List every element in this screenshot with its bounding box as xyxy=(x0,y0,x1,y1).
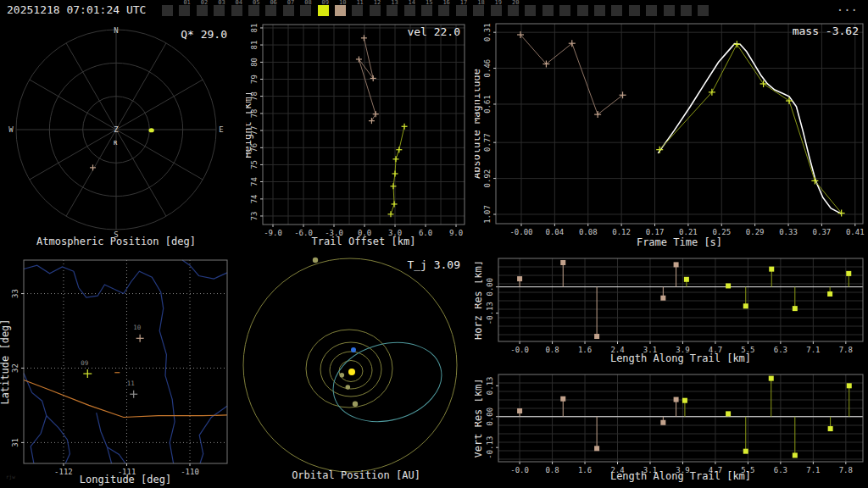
frame-label: 03 xyxy=(218,0,225,6)
frame-square-20[interactable] xyxy=(508,5,519,16)
frame-square-u29[interactable] xyxy=(664,5,675,16)
panel-horizontal-residuals: -0.00.81.62.43.13.94.75.56.37.17.80.00-0… xyxy=(475,252,868,369)
frame-square-13[interactable] xyxy=(387,5,398,16)
frame-square-16[interactable] xyxy=(438,5,449,16)
y-tick-label: 74 xyxy=(250,177,259,186)
frame-square-14[interactable] xyxy=(404,5,415,16)
x-axis-title: Frame Time [s] xyxy=(637,236,722,248)
meteoroid-orbit xyxy=(325,331,451,434)
frame-label: 04 xyxy=(236,0,242,6)
y-tick-label: 0.61 xyxy=(483,95,492,114)
y-tick-label: 32 xyxy=(11,363,19,373)
frame-square-08[interactable] xyxy=(300,5,311,16)
y-tick-label: 0.77 xyxy=(483,133,492,152)
y-tick-label: 81 xyxy=(250,41,259,50)
y-tick-label: 79 xyxy=(250,75,259,84)
y-tick-label: 0.31 xyxy=(483,23,492,42)
frame-label: 08 xyxy=(304,0,311,6)
y-axis-title: Absolute Magnitude xyxy=(475,69,482,179)
y-tick-label: -0.13 xyxy=(486,302,494,324)
frame-square-10[interactable] xyxy=(335,5,346,16)
frame-square-u31[interactable] xyxy=(698,5,709,16)
y-tick-label: -0.13 xyxy=(486,436,494,459)
frame-label: 11 xyxy=(356,0,363,6)
frame-square-u23[interactable] xyxy=(559,5,570,16)
frame-square-u22[interactable] xyxy=(542,5,554,16)
x-tick-label: 1.6 xyxy=(578,346,592,354)
x-tick-label: -6.0 xyxy=(294,229,313,237)
panel-ground-track-map: 091011-112-111-110313233Longitude [deg]L… xyxy=(0,252,237,488)
frame-square-02[interactable] xyxy=(197,5,208,16)
y-tick-label: 73 xyxy=(250,212,259,221)
overflow-menu-icon[interactable]: ... xyxy=(837,0,858,14)
map-marker-label: 11 xyxy=(127,380,135,387)
frame-square-03[interactable] xyxy=(214,5,225,16)
frame-square-01[interactable] xyxy=(179,5,190,16)
panel-atmospheric-position: NSWEZRQ* 29.0Atmospheric Position [deg] xyxy=(0,21,237,252)
x-tick-label: -112 xyxy=(54,468,73,476)
frame-square-04[interactable] xyxy=(231,5,242,16)
panel-annotation: vel 22.0 xyxy=(407,25,460,38)
frame-square-07[interactable] xyxy=(283,5,294,16)
x-tick-label: 0.8 xyxy=(545,346,559,354)
frame-square-15[interactable] xyxy=(421,5,432,16)
frame-square-19[interactable] xyxy=(491,5,502,16)
x-tick-label: 0.41 xyxy=(846,228,865,236)
compass-north: N xyxy=(114,26,118,35)
x-tick-label: 0.12 xyxy=(612,228,631,236)
y-axis-title: Height [km] xyxy=(246,91,253,158)
frame-square-05[interactable] xyxy=(248,5,259,16)
panel-absolute-magnitude: -0.000.040.080.120.170.210.250.290.330.3… xyxy=(475,21,868,252)
frame-square-09[interactable] xyxy=(318,5,329,16)
frame-square-u24[interactable] xyxy=(577,5,588,16)
panel-annotation: Q* 29.0 xyxy=(181,28,227,41)
y-tick-label: 0.46 xyxy=(483,59,492,78)
frame-label: 10 xyxy=(339,0,346,6)
y-tick-label: 75 xyxy=(250,160,259,169)
x-tick-label: 7.8 xyxy=(839,466,853,474)
x-tick-label: -0.00 xyxy=(509,228,532,236)
x-tick-label: 0.25 xyxy=(712,228,731,236)
y-axis-title: Latitude [deg] xyxy=(0,319,11,404)
x-tick-label: -0.0 xyxy=(510,346,529,354)
panel-height-vs-trail-offset: -9.0-6.0-3.00.03.06.09.07374747576777878… xyxy=(246,21,475,252)
panel-orbital-position: T_j 3.09Orbital Position [AU] xyxy=(237,252,475,488)
x-axis-title: Trail Offset [km] xyxy=(312,236,416,247)
frame-label: 19 xyxy=(495,0,502,6)
frame-square-u26[interactable] xyxy=(611,5,622,16)
panel-title: Atmospheric Position [deg] xyxy=(36,236,196,247)
x-tick-label: 0.17 xyxy=(646,228,665,236)
body-mars xyxy=(353,402,358,407)
body-earth xyxy=(351,347,356,352)
frame-square-12[interactable] xyxy=(370,5,381,16)
frame-square-18[interactable] xyxy=(473,5,484,16)
panel-title: Orbital Position [AU] xyxy=(292,469,420,481)
frame-square-17[interactable] xyxy=(456,5,467,16)
compass-east: E xyxy=(219,125,223,134)
jupiter-orbit xyxy=(243,258,457,472)
x-tick-label: 0.04 xyxy=(546,228,565,236)
frame-label: 13 xyxy=(391,0,398,6)
frame-square-u0[interactable] xyxy=(162,5,173,16)
frame-label: 05 xyxy=(253,0,259,6)
watermark: rjw xyxy=(6,474,15,480)
y-axis-title: Horz Res [km] xyxy=(475,260,484,340)
frame-square-06[interactable] xyxy=(265,5,276,16)
frame-square-u30[interactable] xyxy=(681,5,692,16)
frame-square-u25[interactable] xyxy=(594,5,605,16)
frame-square-u27[interactable] xyxy=(629,5,640,16)
frame-label: 12 xyxy=(374,0,381,6)
frame-square-u21[interactable] xyxy=(525,5,536,16)
x-tick-label: 7.8 xyxy=(839,346,853,354)
tracking-dashboard: 20251218 07:01:24 UTC 010203040506070809… xyxy=(0,0,868,488)
frame-square-11[interactable] xyxy=(352,5,363,16)
radiant-label: R xyxy=(114,140,118,147)
frame-square-u28[interactable] xyxy=(646,5,657,16)
x-tick-label: 6.3 xyxy=(774,466,787,474)
y-tick-label: 1.07 xyxy=(483,205,492,224)
y-tick-label: 80 xyxy=(250,58,259,67)
y-tick-label: 0.00 xyxy=(486,408,494,426)
frame-label: 18 xyxy=(477,0,484,6)
frame-label: 16 xyxy=(442,0,449,6)
y-axis-title: Vert Res [km] xyxy=(475,379,484,458)
